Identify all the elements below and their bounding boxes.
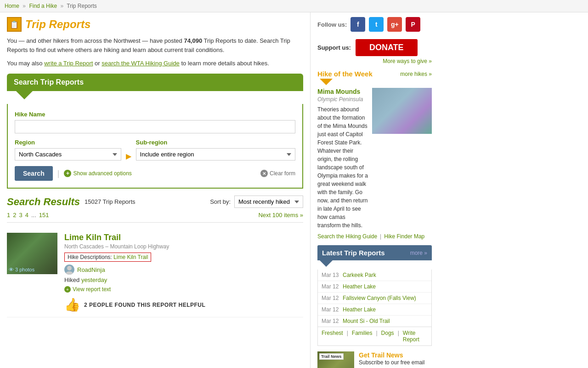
view-report-icon: + xyxy=(64,286,71,293)
write-report-link[interactable]: Write Report xyxy=(403,330,428,343)
breadcrumb: Home » Find a Hike » Trip Reports xyxy=(0,0,588,12)
list-item: Mar 12 Fallsview Canyon (Falls View) xyxy=(318,293,431,304)
pinterest-button[interactable]: P xyxy=(406,17,420,32)
breadcrumb-home[interactable]: Home xyxy=(5,3,19,9)
breadcrumb-current: Trip Reports xyxy=(67,3,97,9)
latest-date-1: Mar 13 xyxy=(322,272,339,278)
more-ways-link[interactable]: More ways to give » xyxy=(383,58,432,64)
twitter-button[interactable]: t xyxy=(369,17,384,32)
reporter-row: RoadNinja xyxy=(64,264,303,275)
breadcrumb-find[interactable]: Find a Hike xyxy=(29,3,57,9)
page-4[interactable]: 4 xyxy=(25,212,28,218)
results-count: 15027 Trip Reports xyxy=(85,198,136,205)
hike-desc-badge: Hike Descriptions: Lime Kiln Trail xyxy=(64,253,151,262)
search-button[interactable]: Search xyxy=(15,166,53,181)
advanced-options-button[interactable]: + Show advanced options xyxy=(64,170,131,177)
trail-news-image: Trail News xyxy=(317,351,354,368)
hiked-when[interactable]: yesterday xyxy=(81,276,107,283)
support-label: Support us: xyxy=(317,44,351,51)
latest-arrow xyxy=(320,260,333,267)
freshest-link[interactable]: Freshest xyxy=(322,330,343,343)
hike-name-label: Hike Name xyxy=(15,111,295,118)
avatar xyxy=(64,264,74,275)
hike-name-input[interactable] xyxy=(15,120,295,133)
latest-header: Latest Trip Reports more » xyxy=(317,245,432,260)
hike-week-content: Mima Mounds Olympic Peninsula Theories a… xyxy=(317,88,432,230)
list-item: Mar 12 Heather Lake xyxy=(318,304,431,316)
hike-week-text: Mima Mounds Olympic Peninsula Theories a… xyxy=(317,88,368,230)
page-title: Trip Reports xyxy=(25,18,90,31)
search-hiking-guide-link[interactable]: search the WTA Hiking Guide xyxy=(102,60,180,67)
latest-items: Mar 13 Carkeek Park Mar 12 Heather Lake … xyxy=(317,270,432,327)
trail-news-title: Get Trail News xyxy=(359,351,432,359)
next-page-link[interactable]: Next 100 items » xyxy=(258,212,303,218)
latest-more[interactable]: more » xyxy=(410,250,427,256)
facebook-button[interactable]: f xyxy=(351,17,365,32)
trail-news: Trail News Get Trail News Subscribe to o… xyxy=(317,351,432,368)
latest-link-3[interactable]: Fallsview Canyon (Falls View) xyxy=(343,295,416,301)
svg-point-1 xyxy=(66,271,73,275)
latest-date-5: Mar 12 xyxy=(322,318,339,324)
families-link[interactable]: Families xyxy=(352,330,373,343)
hiked-text: Hiked yesterday xyxy=(64,276,303,283)
page-2[interactable]: 2 xyxy=(13,212,16,218)
latest-date-3: Mar 12 xyxy=(322,295,339,301)
clear-form-label: Clear form xyxy=(270,170,295,177)
hike-week-header: Hike of the Week more hikes » xyxy=(317,70,432,78)
hike-desc-link[interactable]: Lime Kiln Trail xyxy=(113,254,148,260)
hike-week-desc-short: Theories abound about the formation of t… xyxy=(317,105,368,230)
helpful-text: 2 PEOPLE FOUND THIS REPORT HELPFUL xyxy=(84,302,205,308)
list-item: Mar 13 Carkeek Park xyxy=(318,270,431,281)
view-report-button[interactable]: + View report text xyxy=(64,286,303,293)
latest-link-2[interactable]: Heather Lake xyxy=(343,283,376,290)
page-last[interactable]: 151 xyxy=(39,212,49,218)
sort-select[interactable]: Most recently hiked Most helpful Most re… xyxy=(234,196,303,208)
page-title-wrap: Trip Reports xyxy=(7,17,303,32)
region-arrow: ▶ xyxy=(126,152,131,161)
support-row: Support us: DONATE xyxy=(317,39,432,56)
reporter-name[interactable]: RoadNinja xyxy=(77,266,105,273)
search-arrow xyxy=(16,91,33,99)
sort-label: Sort by: xyxy=(210,198,231,205)
latest-link-5[interactable]: Mount Si - Old Trail xyxy=(343,318,390,324)
donate-button[interactable]: DONATE xyxy=(356,39,418,56)
region-select[interactable]: North Cascades All regions Olympics Puge… xyxy=(15,148,121,161)
trip-subtitle: North Cascades – Mountain Loop Highway xyxy=(64,243,303,250)
hike-week-name[interactable]: Mima Mounds xyxy=(317,88,368,95)
googleplus-button[interactable]: g+ xyxy=(387,17,402,32)
subregion-select[interactable]: Include entire region Mountain Loop High… xyxy=(136,148,295,161)
thumbs-up-icon[interactable]: 👍 xyxy=(64,297,80,312)
trail-news-text: Get Trail News Subscribe to our free ema… xyxy=(359,351,432,368)
plus-icon: + xyxy=(64,170,71,177)
hike-week-arrow xyxy=(320,79,333,85)
search-box-title: Search Trip Reports xyxy=(14,78,84,86)
search-box-header: Search Trip Reports xyxy=(7,74,303,91)
pagination: 1 2 3 4 ... 151 Next 100 items » xyxy=(7,212,303,223)
page-1[interactable]: 1 xyxy=(7,212,10,218)
region-label: Region xyxy=(15,139,121,146)
clear-form-button[interactable]: ✕ Clear form xyxy=(260,170,295,177)
latest-link-1[interactable]: Carkeek Park xyxy=(343,272,376,278)
hike-finder-map-link[interactable]: Hike Finder Map xyxy=(384,233,424,240)
trip-info: Lime Kiln Trail North Cascades – Mountai… xyxy=(64,233,303,312)
hike-week-more-link[interactable]: more hikes » xyxy=(400,71,432,77)
results-title: Search Results xyxy=(7,196,80,208)
results-header: Search Results 15027 Trip Reports Sort b… xyxy=(7,196,303,208)
eye-icon: 👁 xyxy=(9,267,14,272)
photos-count: 👁 3 photos xyxy=(9,267,34,272)
search-hiking-guide-link-right[interactable]: Search the Hiking Guide xyxy=(317,233,377,240)
region-row: Region North Cascades All regions Olympi… xyxy=(15,139,295,161)
latest-link-4[interactable]: Heather Lake xyxy=(343,306,376,313)
trip-title[interactable]: Lime Kiln Trail xyxy=(64,233,303,242)
more-ways-row: More ways to give » xyxy=(317,58,432,64)
x-icon: ✕ xyxy=(260,170,268,177)
also-text: You may also write a Trip Report or sear… xyxy=(7,60,303,67)
follow-us-row: Follow us: f t g+ P xyxy=(317,17,432,35)
page-3[interactable]: 3 xyxy=(19,212,22,218)
write-trip-report-link[interactable]: write a Trip Report xyxy=(44,60,93,67)
hike-week-region: Olympic Peninsula xyxy=(317,96,368,103)
trip-thumbnail: 👁 3 photos xyxy=(7,233,57,274)
hike-week-links: Search the Hiking Guide | Hike Finder Ma… xyxy=(317,233,432,240)
region-group: Region North Cascades All regions Olympi… xyxy=(15,139,121,161)
dogs-link[interactable]: Dogs xyxy=(381,330,394,343)
